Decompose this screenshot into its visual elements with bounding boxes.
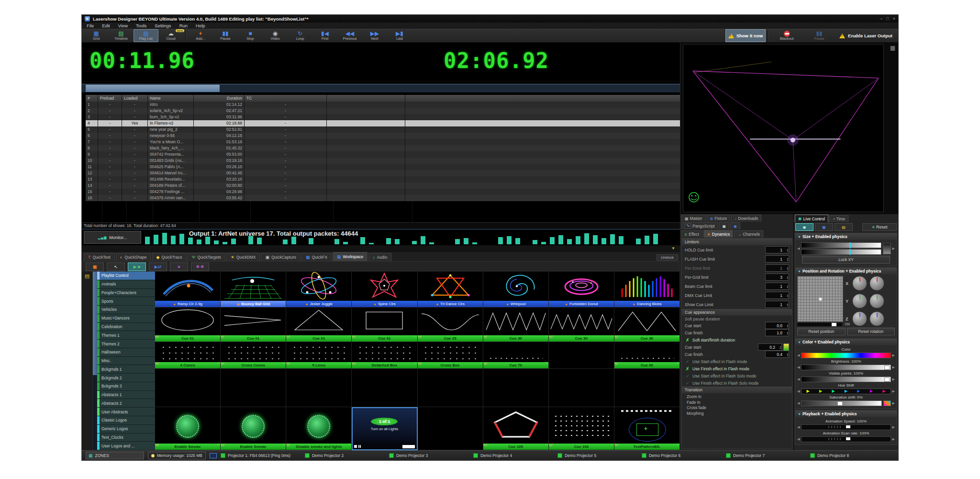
category-item[interactable]: Playlist Control (97, 272, 155, 280)
category-item[interactable]: Music+Dancers (97, 314, 155, 323)
cue-cell[interactable]: Cue 30 (549, 308, 614, 342)
category-item[interactable]: User Abstracts (97, 408, 155, 416)
playlist-row[interactable]: 6 - - newyear-3-56 04:12.15 - (86, 133, 680, 139)
show-it-now-button[interactable]: Show it now (725, 29, 766, 42)
layout-grid-icon[interactable]: ▦ (890, 45, 895, 51)
monitor-button[interactable]: ▂▄▆ Monitor... (84, 231, 141, 244)
cue-cell[interactable]: Cue 01 (286, 308, 352, 342)
cue-cell[interactable] (155, 369, 221, 407)
cue-cell[interactable]: Cue 01 (221, 308, 286, 342)
selected-cue-cell[interactable]: 1 of 1 Turn on all Lights (352, 407, 417, 450)
spinner-arrows-icon[interactable]: ▴▾ (787, 274, 788, 280)
cue-cell[interactable] (418, 369, 483, 407)
copy-page-button[interactable]: ▣ (86, 262, 104, 271)
playlist-row[interactable]: 14 - - 004189 Pirates of... 02:00.80 - (86, 182, 680, 189)
limiter-spinner[interactable]: 1 ▴▾ (765, 301, 789, 308)
cue-cell[interactable] (286, 369, 352, 407)
collapse-arrow-icon[interactable]: ▼ (671, 247, 675, 251)
toolbar-button[interactable]: ▶▶ Next (362, 29, 387, 42)
size-x-slider[interactable] (801, 242, 881, 248)
visible-points-slider[interactable] (801, 376, 891, 382)
toolbar-button[interactable]: ▤ Timeline (109, 29, 134, 42)
category-item[interactable]: Vehicles (97, 306, 155, 314)
duration-mini-slider[interactable] (783, 343, 789, 351)
cue-start-spinner[interactable]: 0.0▴▾ (765, 322, 789, 329)
category-item[interactable]: People+Characters (97, 289, 155, 297)
category-item[interactable]: Celebration (97, 323, 155, 331)
mini-transport[interactable] (353, 444, 416, 449)
toolbar-button[interactable]: + Add... (188, 29, 213, 42)
quick-tab[interactable]: ▦ Workspace (333, 252, 368, 261)
y-position-knob[interactable] (852, 294, 867, 308)
pause-mini-icon[interactable] (358, 445, 361, 448)
cue-cell[interactable]: Enable Smoke (221, 407, 286, 450)
x-position-knob[interactable] (852, 276, 867, 291)
blackout-button[interactable]: Blackout (770, 29, 803, 42)
spinner-arrows-icon[interactable]: ▴▾ (787, 256, 788, 262)
panel-tab[interactable]: → Channels (734, 230, 763, 238)
laser-effect-button[interactable]: ∗ (170, 262, 188, 271)
cue-cell[interactable] (418, 407, 483, 450)
playlist-row[interactable]: 12 - - 004614 Marvel Iro... 00:42.45 - (86, 170, 680, 176)
cue-start-spinner2[interactable]: 0.2▴▾ (758, 343, 782, 351)
tab-globe[interactable]: ◉ (730, 222, 740, 229)
animation-speed-slider[interactable] (801, 424, 891, 430)
flash-mode-checkbox[interactable]: Use Start effect in Flash Solo mode (682, 372, 792, 379)
maximize-button[interactable]: □ (886, 16, 889, 21)
cue-cell[interactable]: Cue 01 (155, 308, 221, 342)
cue-cell[interactable]: Cue 106 (549, 407, 614, 450)
cue-cell[interactable] (614, 369, 680, 407)
cue-cell[interactable]: ▲Tri Dance Cirs (418, 272, 483, 308)
y-rotation-knob[interactable] (869, 294, 884, 308)
cue-cell[interactable]: 4 Cones (155, 342, 221, 369)
limiter-spinner[interactable]: 3 ▴▾ (765, 274, 789, 281)
cue-cell[interactable] (221, 369, 286, 407)
transition-item[interactable]: Cross fade (682, 405, 792, 411)
lock-xy-button[interactable]: Lock XY (802, 256, 890, 263)
cue-cell[interactable]: ▲Ramp Cir 2-9g (155, 272, 221, 308)
toolbar-button[interactable]: ▮◀ First (312, 29, 337, 42)
brightness-slider[interactable] (801, 365, 891, 370)
cue-cell[interactable]: Cue 60 (614, 342, 680, 369)
playlist-row[interactable]: 8 - - black_fairy_4ch_... 01:45.32 - (86, 145, 680, 151)
quick-tab[interactable]: T QuickText (84, 253, 115, 261)
playlist-row[interactable]: 2 - - solaris_4ch_5p-v2 02:47.21 - (86, 108, 680, 114)
cue-cell[interactable]: Cue 30 (483, 308, 549, 342)
category-item[interactable]: Sports (97, 297, 155, 306)
cue-cell[interactable]: 5 Lines (286, 342, 352, 369)
toolbar-button[interactable]: ▮▮ Pause (213, 29, 238, 42)
pause-output-button[interactable]: ▮▮ Pause (803, 29, 835, 42)
cue-cell[interactable]: Disable smoke and lights (286, 407, 352, 450)
live-window-button[interactable]: ▣ (815, 223, 833, 231)
toolbar-button[interactable]: ↻ Loop (288, 29, 312, 42)
hue-shift-slider[interactable]: ▶▶▶ ▶▶▶▶ (801, 388, 891, 394)
limiter-spinner[interactable]: 1 ▴▾ (765, 246, 789, 253)
flash-mode-checkbox[interactable]: Use Finish effect in Flash mode (682, 365, 792, 372)
cue-cell[interactable]: Cross Box (418, 342, 483, 369)
cue-cell[interactable]: ▲Jester Juggle (286, 272, 352, 308)
playlist-row[interactable]: 11 - - 004625 Pablo (A... 03:26.10 - (86, 164, 680, 170)
projector-status[interactable]: Demo Projector 4 (473, 453, 557, 458)
close-button[interactable]: × (893, 16, 895, 21)
cue-cell[interactable]: Cross Cones (221, 342, 286, 369)
category-item[interactable]: User Logos and ... (97, 442, 155, 450)
playlist-row[interactable]: 15 - - 004278 Feelings ... 04:29.98 - (86, 189, 680, 195)
cue-cell[interactable]: ▲Dancing Blobs (614, 272, 680, 308)
category-item[interactable]: Classic Logos (97, 416, 155, 425)
menu-item[interactable]: Help (196, 23, 205, 28)
playlist-row[interactable]: 5 - - new year pig_2 02:52.81 - (86, 126, 680, 133)
limiter-spinner[interactable]: 1 ▴▾ (765, 283, 789, 290)
menu-item[interactable]: Edit (102, 23, 110, 28)
cue-finish-spinner2[interactable]: 0.4▴▾ (765, 351, 789, 358)
category-item[interactable]: Text_Clocks (97, 433, 155, 442)
playlist-row[interactable]: 3 - - burn_3ch_5p-v2 03:31.96 - (86, 114, 680, 120)
live-globe-button[interactable]: ◉ (795, 223, 813, 231)
panel-tab[interactable]: ▦ Master (681, 215, 706, 222)
quick-tab[interactable]: ♪ Audio (368, 253, 391, 261)
category-item[interactable]: Bckgrnds 2 (97, 374, 155, 382)
cue-cell[interactable]: ▲Bouncy Ball Grid (221, 272, 286, 308)
panel-tab[interactable]: ↓ Downloads (731, 215, 761, 222)
projector-status[interactable]: Demo Projector 2 (305, 453, 389, 458)
toolbar-button[interactable]: ▦ Grid (84, 29, 109, 42)
playlist-row[interactable]: 7 - - You're a Mean O... 01:53.16 - (86, 139, 680, 145)
